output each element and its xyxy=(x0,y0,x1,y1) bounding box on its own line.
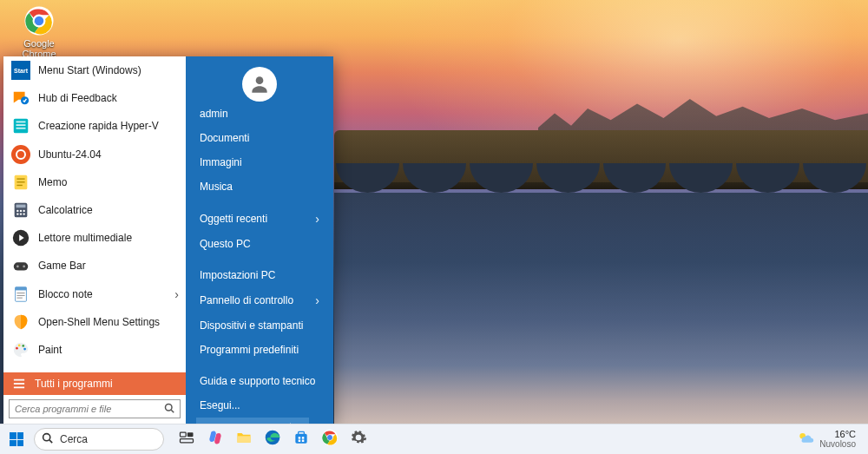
right-link-label: Musica xyxy=(200,181,233,193)
start-menu-left-panel: StartMenu Start (Windows)Hub di Feedback… xyxy=(3,56,186,424)
svg-point-30 xyxy=(16,347,18,350)
svg-rect-27 xyxy=(16,293,24,293)
wallpaper-water xyxy=(334,193,868,424)
taskbar-left: Cerca xyxy=(5,426,372,452)
all-programs-button[interactable]: Tutti i programmi xyxy=(3,372,186,395)
chrome-icon xyxy=(23,5,55,36)
weather-widget[interactable]: 16°C Nuvoloso xyxy=(797,429,856,450)
right-link[interactable]: Oggetti recenti› xyxy=(186,206,333,232)
weather-icon xyxy=(797,429,814,450)
start-search-input[interactable] xyxy=(15,404,164,414)
right-link[interactable]: Immagini xyxy=(186,150,333,174)
app-item-calculator[interactable]: Calcolatrice xyxy=(3,196,186,224)
svg-rect-49 xyxy=(299,437,301,439)
chrome-icon xyxy=(321,429,339,450)
svg-rect-43 xyxy=(187,432,194,437)
svg-rect-48 xyxy=(299,431,305,434)
app-item-label: Calcolatrice xyxy=(38,204,93,216)
taskbar-copilot-icon[interactable] xyxy=(202,426,228,452)
svg-rect-36 xyxy=(14,387,24,389)
svg-point-15 xyxy=(20,210,22,212)
svg-point-18 xyxy=(20,213,22,214)
right-link-label: Immagini xyxy=(200,156,242,168)
taskbar-right[interactable]: 16°C Nuvoloso xyxy=(797,429,863,450)
app-item-paint[interactable]: Paint xyxy=(3,336,186,364)
app-item-start-tile[interactable]: StartMenu Start (Windows) xyxy=(3,56,186,84)
app-item-label: Ubuntu-24.04 xyxy=(38,148,102,161)
microsoft-store-icon xyxy=(293,429,310,450)
app-item-label: Game Bar xyxy=(38,260,86,272)
right-link[interactable]: Programmi predefiniti xyxy=(186,338,333,362)
search-icon xyxy=(42,432,53,446)
file-explorer-icon xyxy=(235,429,253,450)
app-item-gamebar[interactable]: Game Bar xyxy=(3,252,186,280)
chevron-right-icon: › xyxy=(315,212,319,226)
svg-rect-51 xyxy=(299,440,301,443)
app-item-feedback[interactable]: Hub di Feedback xyxy=(3,84,186,112)
user-avatar-wrap[interactable] xyxy=(186,67,333,102)
taskbar-search[interactable]: Cerca xyxy=(34,428,164,451)
app-item-label: Blocco note xyxy=(38,288,93,300)
svg-rect-22 xyxy=(14,263,29,271)
svg-rect-47 xyxy=(295,434,306,444)
svg-rect-52 xyxy=(302,440,305,443)
right-link-label: Dispositivi e stampanti xyxy=(200,319,303,332)
wallpaper-arches xyxy=(334,163,868,193)
right-link[interactable]: Dispositivi e stampanti xyxy=(186,313,333,338)
svg-rect-10 xyxy=(16,181,24,182)
taskbar-task-view-icon[interactable] xyxy=(174,426,200,452)
right-link-label: Oggetti recenti xyxy=(200,213,267,225)
svg-point-1 xyxy=(35,16,44,26)
right-link[interactable]: Pannello di controllo› xyxy=(186,287,333,313)
taskbar-edge-icon[interactable] xyxy=(260,426,286,452)
app-item-hyperv[interactable]: Creazione rapida Hyper-V xyxy=(3,112,186,140)
svg-point-19 xyxy=(23,213,24,214)
right-link-label: Esegui... xyxy=(200,399,240,411)
svg-rect-50 xyxy=(302,437,305,439)
search-row xyxy=(3,395,186,424)
task-view-icon xyxy=(178,429,195,450)
app-item-notepad[interactable]: Blocco note› xyxy=(3,280,186,308)
app-list: StartMenu Start (Windows)Hub di Feedback… xyxy=(3,56,186,372)
svg-rect-42 xyxy=(181,432,187,437)
weather-text: 16°C Nuvoloso xyxy=(819,430,856,449)
right-link[interactable]: Musica xyxy=(186,174,333,199)
svg-rect-7 xyxy=(16,128,26,129)
copilot-icon xyxy=(207,429,224,450)
user-avatar-icon xyxy=(242,67,277,102)
start-button[interactable] xyxy=(5,428,28,451)
svg-point-39 xyxy=(256,76,264,84)
svg-point-31 xyxy=(18,345,21,347)
app-item-openshell[interactable]: Open-Shell Menu Settings xyxy=(3,308,186,336)
settings-icon xyxy=(350,429,367,450)
right-link[interactable]: Esegui... xyxy=(186,393,333,418)
svg-point-37 xyxy=(166,404,173,411)
paint-icon xyxy=(10,339,31,360)
taskbar-chrome-icon[interactable] xyxy=(317,426,343,452)
start-search-box[interactable] xyxy=(9,399,181,418)
svg-point-40 xyxy=(43,434,50,441)
right-link[interactable]: Documenti xyxy=(186,126,333,150)
user-name-link[interactable]: admin xyxy=(186,102,333,126)
taskbar-microsoft-store-icon[interactable] xyxy=(288,426,314,452)
svg-rect-44 xyxy=(181,439,194,443)
app-item-ubuntu[interactable]: Ubuntu-24.04 xyxy=(3,141,186,168)
right-link[interactable]: Questo PC xyxy=(186,232,333,256)
app-item-memo[interactable]: Memo xyxy=(3,168,186,196)
right-link-label: Pannello di controllo xyxy=(200,294,293,306)
memo-icon xyxy=(10,172,31,193)
svg-point-16 xyxy=(23,210,24,212)
feedback-icon xyxy=(10,88,31,109)
app-item-media-player[interactable]: Lettore multimediale xyxy=(3,224,186,252)
app-item-label: Creazione rapida Hyper-V xyxy=(38,120,159,132)
svg-point-14 xyxy=(16,210,18,212)
edge-icon xyxy=(264,429,281,450)
svg-line-41 xyxy=(49,440,52,443)
app-item-label: Memo xyxy=(38,176,67,188)
taskbar-file-explorer-icon[interactable] xyxy=(231,426,257,452)
right-link[interactable]: Impostazioni PC xyxy=(186,263,333,287)
right-link[interactable]: Guida e supporto tecnico xyxy=(186,369,333,393)
taskbar-settings-icon[interactable] xyxy=(345,426,372,452)
desktop-icon-chrome[interactable]: Google Chrome xyxy=(12,5,66,59)
start-tile-icon: Start xyxy=(10,60,31,81)
